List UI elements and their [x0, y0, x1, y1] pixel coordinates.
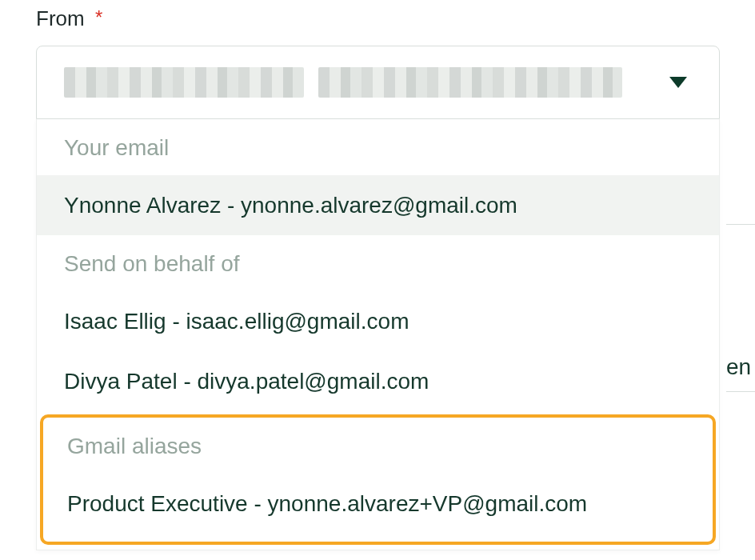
- option-behalf-divya[interactable]: Divya Patel - divya.patel@gmail.com: [37, 351, 719, 411]
- from-dropdown: Your email Ynonne Alvarez - ynonne.alvar…: [36, 119, 720, 550]
- obscured-segment: [318, 67, 622, 98]
- obscured-segment: [64, 67, 304, 98]
- background-text: en: [726, 354, 751, 380]
- group-header-send-on-behalf: Send on behalf of: [37, 235, 719, 291]
- required-indicator: *: [95, 6, 102, 28]
- from-field: From * Your email Ynonne Alvarez - ynonn…: [36, 0, 720, 550]
- option-alias-product-executive[interactable]: Product Executive - ynonne.alvarez+VP@gm…: [43, 474, 713, 534]
- field-label-row: From *: [36, 6, 720, 31]
- gmail-aliases-highlight: Gmail aliases Product Executive - ynonne…: [40, 414, 716, 545]
- from-select[interactable]: [36, 46, 720, 119]
- option-label: Product Executive - ynonne.alvarez+VP@gm…: [67, 491, 587, 516]
- background-text-fragment: en: [726, 347, 755, 387]
- select-current-value: [64, 67, 669, 98]
- option-your-email[interactable]: Ynonne Alvarez - ynonne.alvarez@gmail.co…: [37, 175, 719, 235]
- group-header-your-email: Your email: [37, 119, 719, 175]
- obscured-value: [64, 67, 669, 98]
- option-label: Divya Patel - divya.patel@gmail.com: [64, 369, 429, 394]
- option-label: Ynonne Alvarez - ynonne.alvarez@gmail.co…: [64, 193, 517, 218]
- field-label: From: [36, 6, 85, 30]
- chevron-down-icon: [669, 77, 687, 88]
- option-behalf-isaac[interactable]: Isaac Ellig - isaac.ellig@gmail.com: [37, 291, 719, 351]
- option-label: Isaac Ellig - isaac.ellig@gmail.com: [64, 309, 409, 334]
- group-header-gmail-aliases: Gmail aliases: [43, 418, 713, 474]
